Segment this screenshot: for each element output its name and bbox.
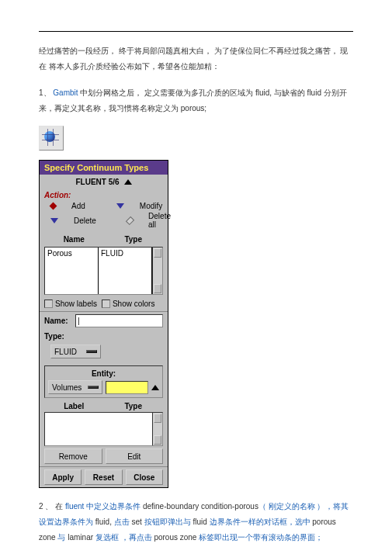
- show-labels-checkbox[interactable]: Show labels: [44, 300, 97, 308]
- fluid-term: fluid,: [255, 88, 274, 97]
- radio-add[interactable]: Add: [50, 202, 101, 210]
- chevron-down-icon: [50, 218, 58, 223]
- close-button[interactable]: Close: [126, 469, 163, 485]
- radio-modify[interactable]: Modify: [116, 202, 178, 210]
- checkbox-icon: [102, 300, 110, 308]
- list-type-col: FLUID: [99, 248, 152, 294]
- entity-label: Entity:: [48, 369, 159, 378]
- paragraph-step2: 2 、 在 fluent 中定义边界条件 define-boundary con…: [39, 499, 353, 545]
- fluid-term-3: fluid,: [95, 518, 114, 526]
- step-number-2: 2 、 在: [39, 502, 65, 511]
- show-colors-checkbox[interactable]: Show colors: [102, 300, 154, 308]
- solver-bar[interactable]: FLUENT 5/6: [40, 175, 168, 189]
- dropdown-grip-icon: [88, 386, 99, 389]
- radio-delete[interactable]: Delete: [50, 216, 112, 225]
- gambit-term: Gambit: [53, 88, 80, 97]
- remove-button[interactable]: Remove: [44, 448, 102, 464]
- radio-delete-all[interactable]: Delete all: [127, 212, 188, 229]
- name-input[interactable]: |: [75, 314, 163, 327]
- fluent-term: fluent: [65, 502, 86, 511]
- dropdown-grip-icon: [86, 350, 97, 353]
- paragraph-intro: 经过痛苦的一段经历， 终于将局部问题真相大白， 为了使保位同仁不再经过我之痛苦，…: [39, 43, 353, 74]
- type-label: Type:: [44, 332, 75, 341]
- set-term: set: [131, 518, 144, 526]
- checkbox-icon: [44, 300, 53, 308]
- fluid-term-2: fluid: [307, 88, 324, 97]
- toolbar-icon-box: [39, 126, 353, 151]
- diamond-hollow-icon: [126, 216, 134, 224]
- edit-button[interactable]: Edit: [106, 448, 164, 464]
- specify-continuum-panel: Specify Continuum Types FLUENT 5/6 Actio…: [39, 160, 168, 488]
- fluid-term-4: fluid: [193, 518, 209, 526]
- continuum-tool-icon[interactable]: [39, 126, 64, 151]
- step-number: 1、: [39, 88, 53, 97]
- label-type-headers: Label Type: [40, 400, 168, 412]
- list-headers: Name Type: [40, 234, 168, 245]
- label-list[interactable]: [44, 412, 163, 446]
- laminar-term: laminar: [68, 533, 95, 542]
- scrollbar[interactable]: [152, 413, 162, 445]
- apply-button[interactable]: Apply: [44, 469, 82, 485]
- entity-pick-field[interactable]: [106, 381, 148, 394]
- list-name-col: Porous: [45, 248, 99, 294]
- continuum-list[interactable]: Porous FLUID: [44, 247, 163, 295]
- porous-term: porous: [181, 104, 205, 113]
- scrollbar[interactable]: [152, 248, 162, 294]
- diamond-filled-icon: [50, 203, 57, 210]
- name-label: Name:: [44, 317, 75, 325]
- panel-title: Specify Continuum Types: [40, 161, 168, 175]
- entity-type-dropdown[interactable]: Volumes: [48, 380, 102, 394]
- up-arrow-icon[interactable]: [151, 385, 159, 390]
- action-label: Action:: [44, 191, 163, 199]
- paragraph-step1: 1、 Gambit 中划分网格之后， 定义需要做为多孔介质的区域为 fluid,…: [39, 85, 353, 116]
- up-arrow-icon: [124, 179, 132, 185]
- reset-button[interactable]: Reset: [85, 469, 122, 485]
- define-bc-term: define-boundary condition-porous: [143, 502, 258, 511]
- porous-zone-term-2: porous zone: [154, 533, 199, 542]
- chevron-down-icon: [116, 203, 124, 209]
- type-dropdown[interactable]: FLUID: [50, 345, 101, 358]
